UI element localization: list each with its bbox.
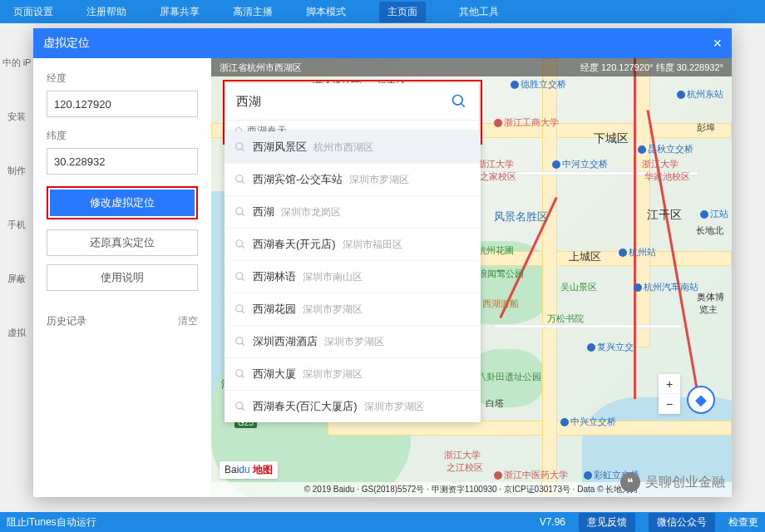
map-location-bar: 浙江省杭州市西湖区 经度 120.127920° 纬度 30.228932° xyxy=(211,58,732,76)
suggestion-item[interactable]: 西湖林语深圳市南山区 xyxy=(225,261,481,293)
suggestion-name: 西湖 xyxy=(253,204,274,219)
poi: 杭州汽车南站 xyxy=(634,281,698,293)
watermark: ❝ 吴聊创业金融 xyxy=(620,472,725,492)
location-text: 浙江省杭州市西湖区 xyxy=(220,62,302,74)
left-label: 安装 xyxy=(7,111,26,123)
svg-line-1 xyxy=(461,104,465,107)
top-navigation: 页面设置 注册帮助 屏幕共享 高清主播 脚本模式 主页面 其他工具 xyxy=(0,0,765,23)
poi: 中兴立交桥 xyxy=(560,416,616,428)
modal-body: 经度 纬度 修改虚拟定位 还原真实定位 使用说明 历史记录 清空 xyxy=(33,58,732,497)
poi: 浙江大学 之江校区 xyxy=(444,449,483,474)
highlight-box: 修改虚拟定位 xyxy=(47,186,198,219)
svg-line-5 xyxy=(242,149,244,151)
svg-line-15 xyxy=(242,311,244,313)
search-input[interactable] xyxy=(226,83,439,120)
svg-point-10 xyxy=(236,240,243,247)
suggestion-item[interactable]: 西湖大厦深圳市罗湖区 xyxy=(225,358,481,391)
longitude-label: 经度 xyxy=(47,71,198,86)
suggestion-name: 西湖林语 xyxy=(253,269,296,284)
suggestion-sub: 深圳市南山区 xyxy=(303,270,363,284)
nav-item-active[interactable]: 主页面 xyxy=(379,2,426,22)
search-icon xyxy=(234,336,246,347)
poi: 浙江中医药大学 xyxy=(494,469,568,481)
poi: 下城区 xyxy=(594,131,629,146)
poi: 江干区 xyxy=(647,208,682,223)
suggestion-item[interactable]: 深圳西湖酒店深圳市罗湖区 xyxy=(225,326,481,358)
svg-point-16 xyxy=(236,337,243,344)
wechat-button[interactable]: 微信公众号 xyxy=(649,513,715,532)
suggestion-sub: 深圳市罗湖区 xyxy=(303,303,363,317)
poi: 浙江大学 之家校区 xyxy=(477,158,516,183)
svg-line-7 xyxy=(242,181,244,184)
zoom-in-button[interactable]: + xyxy=(659,374,680,394)
poi: 彭埠 xyxy=(697,121,715,134)
suggestion-name: 西湖春天(开元店) xyxy=(253,237,336,252)
suggestion-item[interactable]: 西湖花园深圳市罗湖区 xyxy=(225,293,481,326)
suggestion-sub: 杭州市西湖区 xyxy=(313,140,373,155)
search-icon xyxy=(234,206,246,218)
nav-item[interactable]: 注册帮助 xyxy=(86,5,126,19)
search-icon xyxy=(234,401,246,412)
road xyxy=(328,421,732,436)
clear-history-link[interactable]: 清空 xyxy=(178,314,198,328)
suggestion-name: 深圳西湖酒店 xyxy=(253,334,318,349)
compass-icon[interactable]: ◆ xyxy=(687,386,715,414)
nav-item[interactable]: 脚本模式 xyxy=(306,5,346,19)
poi: 昆秋立交桥 xyxy=(638,143,693,155)
suggestion-sub: 深圳市罗湖区 xyxy=(364,400,424,414)
close-icon[interactable]: × xyxy=(713,35,722,52)
nav-item[interactable]: 高清主播 xyxy=(233,5,273,19)
check-update-label[interactable]: 检查更 xyxy=(728,515,758,530)
itunes-block-label[interactable]: 阻止iTunes自动运行 xyxy=(7,515,96,530)
bottom-bar: 阻止iTunes自动运行 V7.96 意见反馈 微信公众号 检查更 xyxy=(0,512,765,532)
restore-location-button[interactable]: 还原真实定位 xyxy=(47,229,198,256)
suggestion-name: 西湖花园 xyxy=(253,302,296,317)
suggestion-sub: 深圳市罗湖区 xyxy=(324,335,384,349)
search-box xyxy=(226,83,479,120)
nav-item[interactable]: 屏幕共享 xyxy=(160,5,200,19)
suggestion-sub: 深圳市福田区 xyxy=(343,238,402,252)
latitude-input[interactable] xyxy=(47,148,198,175)
svg-line-21 xyxy=(242,408,244,411)
left-label: 中的 iP xyxy=(2,57,32,69)
map-pane[interactable]: 浙江省杭州市西湖区 经度 120.127920° 纬度 30.228932° (… xyxy=(211,58,732,497)
nav-item[interactable]: 其他工具 xyxy=(459,5,499,19)
svg-line-9 xyxy=(242,214,244,216)
search-button[interactable] xyxy=(439,83,479,120)
poi: 中河立交桥 xyxy=(552,158,608,170)
svg-point-0 xyxy=(453,96,463,106)
poi: 吴山景区 xyxy=(560,281,597,293)
search-icon xyxy=(451,93,467,110)
version-label: V7.96 xyxy=(540,516,565,528)
suggestion-sub: 深圳市龙岗区 xyxy=(281,205,341,219)
longitude-input[interactable] xyxy=(47,91,198,117)
suggestion-item[interactable]: 西湖春天(百汇大厦店)深圳市罗湖区 xyxy=(225,391,481,422)
search-icon xyxy=(234,368,246,380)
svg-point-14 xyxy=(236,305,243,312)
poi: 浙江大学 华家池校区 xyxy=(642,158,690,183)
svg-line-19 xyxy=(242,376,244,378)
help-button[interactable]: 使用说明 xyxy=(47,264,198,291)
suggestion-name: 西湖风景区 xyxy=(253,140,307,155)
suggestion-item[interactable]: 西湖深圳市龙岗区 xyxy=(225,196,481,229)
poi: 长地北 xyxy=(696,224,723,237)
suggestion-name: 西湖春天(百汇大厦店) xyxy=(253,399,358,414)
poi: 白塔 xyxy=(486,397,504,410)
svg-point-8 xyxy=(236,208,243,214)
feedback-button[interactable]: 意见反馈 xyxy=(579,513,635,532)
suggestion-item[interactable]: 西湖春天(开元店)深圳市福田区 xyxy=(225,229,481,261)
zoom-out-button[interactable]: − xyxy=(659,394,680,414)
svg-point-4 xyxy=(236,143,243,150)
suggestion-item[interactable]: 西湖风景区杭州市西湖区 xyxy=(225,131,481,164)
svg-line-11 xyxy=(242,246,244,249)
search-icon xyxy=(234,174,246,185)
suggestion-sub: 深圳市罗湖区 xyxy=(303,367,363,382)
road xyxy=(494,324,682,328)
suggestion-item[interactable]: 西湖宾馆-公交车站深圳市罗湖区 xyxy=(225,164,481,196)
svg-point-20 xyxy=(236,402,243,409)
modify-location-button[interactable]: 修改虚拟定位 xyxy=(50,190,195,216)
poi: 杭州花圃 xyxy=(477,244,514,257)
nav-item[interactable]: 页面设置 xyxy=(13,5,53,19)
history-label: 历史记录 xyxy=(47,314,86,328)
wechat-icon: ❝ xyxy=(620,472,640,492)
